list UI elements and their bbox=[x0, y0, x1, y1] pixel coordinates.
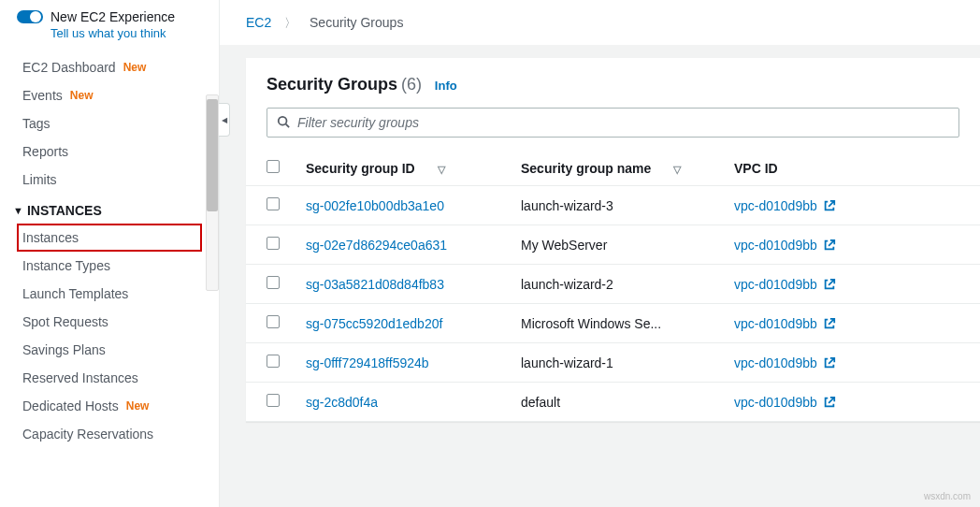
cell-vpc-id: vpc-d010d9bb bbox=[721, 186, 980, 225]
scrollbar[interactable] bbox=[206, 94, 219, 291]
vpc-link[interactable]: vpc-d010d9bb bbox=[734, 277, 817, 292]
nav-savings-plans[interactable]: Savings Plans bbox=[0, 336, 219, 364]
nav-capacity-reservations[interactable]: Capacity Reservations bbox=[0, 420, 219, 448]
filter-box[interactable] bbox=[267, 108, 959, 138]
table-row[interactable]: sg-075cc5920d1edb20fMicrosoft Windows Se… bbox=[246, 304, 980, 343]
caret-down-icon: ▼ bbox=[13, 205, 23, 216]
external-link-icon[interactable] bbox=[823, 238, 836, 253]
external-link-icon[interactable] bbox=[823, 277, 836, 292]
svg-point-0 bbox=[279, 116, 287, 124]
row-checkbox-cell[interactable] bbox=[246, 225, 293, 265]
breadcrumb-current: Security Groups bbox=[310, 15, 403, 30]
cell-sg-id: sg-03a5821d08d84fb83 bbox=[293, 265, 508, 304]
nav-label: Events bbox=[22, 88, 63, 103]
checkbox[interactable] bbox=[267, 355, 280, 368]
nav-events[interactable]: Events New bbox=[0, 81, 219, 109]
row-checkbox-cell[interactable] bbox=[246, 383, 293, 422]
vpc-link[interactable]: vpc-d010d9bb bbox=[734, 238, 817, 253]
nav-dedicated-hosts[interactable]: Dedicated Hosts New bbox=[0, 392, 219, 420]
row-checkbox-cell[interactable] bbox=[246, 265, 293, 304]
nav-label: Spot Requests bbox=[22, 314, 108, 329]
cell-vpc-id: vpc-d010d9bb bbox=[721, 343, 980, 383]
watermark: wsxdn.com bbox=[924, 491, 971, 501]
nav-label: EC2 Dashboard bbox=[22, 60, 116, 75]
cell-sg-name: default bbox=[508, 383, 721, 422]
nav-instance-types[interactable]: Instance Types bbox=[0, 252, 219, 280]
sg-id-link[interactable]: sg-002fe10b00db3a1e0 bbox=[306, 198, 444, 213]
nav-label: Limits bbox=[22, 172, 57, 187]
vpc-link[interactable]: vpc-d010d9bb bbox=[734, 316, 817, 331]
vpc-link[interactable]: vpc-d010d9bb bbox=[734, 395, 817, 410]
info-link[interactable]: Info bbox=[435, 79, 457, 93]
security-groups-table: Security group ID Security group name VP… bbox=[246, 151, 980, 422]
cell-sg-name: My WebServer bbox=[508, 225, 721, 265]
nav-label: Reserved Instances bbox=[22, 370, 138, 385]
nav-tags[interactable]: Tags bbox=[0, 109, 219, 138]
col-vpc-id[interactable]: VPC ID bbox=[721, 151, 980, 186]
cell-sg-name: launch-wizard-3 bbox=[508, 186, 721, 225]
checkbox[interactable] bbox=[267, 237, 280, 250]
col-security-group-id[interactable]: Security group ID bbox=[293, 151, 508, 186]
sg-id-link[interactable]: sg-0fff729418ff5924b bbox=[306, 355, 429, 370]
svg-line-1 bbox=[286, 123, 290, 127]
cell-vpc-id: vpc-d010d9bb bbox=[721, 304, 980, 343]
panel-title: Security Groups bbox=[267, 75, 397, 94]
nav-reserved-instances[interactable]: Reserved Instances bbox=[0, 364, 219, 392]
row-checkbox-cell[interactable] bbox=[246, 186, 293, 225]
cell-sg-id: sg-2c8d0f4a bbox=[293, 383, 508, 422]
checkbox[interactable] bbox=[267, 160, 280, 173]
cell-sg-id: sg-075cc5920d1edb20f bbox=[293, 304, 508, 343]
nav-label: Capacity Reservations bbox=[22, 427, 153, 442]
nav-label: Instance Types bbox=[22, 258, 110, 273]
panel-header: Security Groups (6) Info bbox=[246, 58, 980, 108]
nav-instances[interactable]: Instances bbox=[17, 224, 202, 252]
row-checkbox-cell[interactable] bbox=[246, 343, 293, 383]
table-row[interactable]: sg-0fff729418ff5924blaunch-wizard-1vpc-d… bbox=[246, 343, 980, 383]
table-row[interactable]: sg-002fe10b00db3a1e0launch-wizard-3vpc-d… bbox=[246, 186, 980, 225]
nav-spot-requests[interactable]: Spot Requests bbox=[0, 308, 219, 336]
nav-reports[interactable]: Reports bbox=[0, 138, 219, 166]
section-label: INSTANCES bbox=[27, 203, 102, 218]
external-link-icon[interactable] bbox=[823, 316, 836, 331]
checkbox[interactable] bbox=[267, 276, 280, 289]
checkbox[interactable] bbox=[267, 197, 280, 210]
vpc-link[interactable]: vpc-d010d9bb bbox=[734, 355, 817, 370]
nav-launch-templates[interactable]: Launch Templates bbox=[0, 280, 219, 308]
breadcrumb-root[interactable]: EC2 bbox=[246, 15, 271, 30]
nav-ec2-dashboard[interactable]: EC2 Dashboard New bbox=[0, 53, 219, 81]
section-instances-header[interactable]: ▼ INSTANCES bbox=[0, 194, 219, 224]
table-row[interactable]: sg-03a5821d08d84fb83launch-wizard-2vpc-d… bbox=[246, 265, 980, 304]
select-all-header[interactable] bbox=[246, 151, 293, 186]
checkbox[interactable] bbox=[267, 315, 280, 328]
collapse-sidebar-button[interactable] bbox=[219, 103, 230, 137]
new-experience-toggle[interactable] bbox=[17, 10, 43, 23]
scrollbar-thumb[interactable] bbox=[207, 99, 218, 211]
cell-sg-id: sg-02e7d86294ce0a631 bbox=[293, 225, 508, 265]
col-security-group-name[interactable]: Security group name bbox=[508, 151, 721, 186]
cell-vpc-id: vpc-d010d9bb bbox=[721, 383, 980, 422]
external-link-icon[interactable] bbox=[823, 355, 836, 370]
sg-id-link[interactable]: sg-02e7d86294ce0a631 bbox=[306, 238, 447, 253]
filter-input[interactable] bbox=[297, 115, 949, 130]
row-checkbox-cell[interactable] bbox=[246, 304, 293, 343]
vpc-link[interactable]: vpc-d010d9bb bbox=[734, 198, 817, 213]
search-icon bbox=[277, 115, 290, 131]
external-link-icon[interactable] bbox=[823, 198, 836, 213]
table-row[interactable]: sg-02e7d86294ce0a631My WebServervpc-d010… bbox=[246, 225, 980, 265]
feedback-link[interactable]: Tell us what you think bbox=[50, 26, 202, 40]
nav-limits[interactable]: Limits bbox=[0, 166, 219, 194]
sg-id-link[interactable]: sg-03a5821d08d84fb83 bbox=[306, 277, 444, 292]
nav-scroll: ▲ EC2 Dashboard New Events New Tags Repo… bbox=[0, 46, 219, 507]
checkbox[interactable] bbox=[267, 394, 280, 407]
nav-label: Savings Plans bbox=[22, 342, 106, 357]
nav-label: Dedicated Hosts bbox=[22, 398, 119, 413]
nav-label: Instances bbox=[22, 230, 79, 245]
new-badge: New bbox=[123, 61, 147, 74]
table-row[interactable]: sg-2c8d0f4adefaultvpc-d010d9bb bbox=[246, 383, 980, 422]
toggle-label: New EC2 Experience bbox=[50, 9, 175, 24]
external-link-icon[interactable] bbox=[823, 395, 836, 410]
sg-id-link[interactable]: sg-2c8d0f4a bbox=[306, 395, 378, 410]
sg-id-link[interactable]: sg-075cc5920d1edb20f bbox=[306, 316, 442, 331]
new-badge: New bbox=[126, 399, 150, 413]
cell-sg-id: sg-002fe10b00db3a1e0 bbox=[293, 186, 508, 225]
